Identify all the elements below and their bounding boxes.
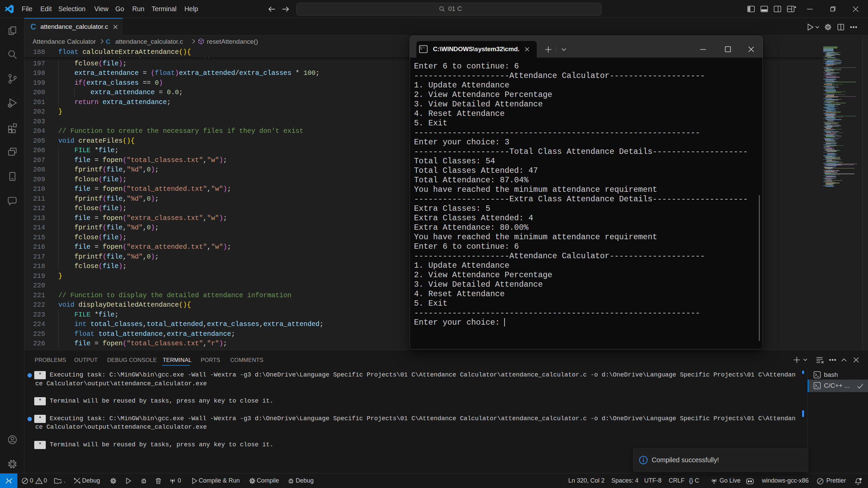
svg-text:C:\: C:\ [420, 46, 425, 49]
